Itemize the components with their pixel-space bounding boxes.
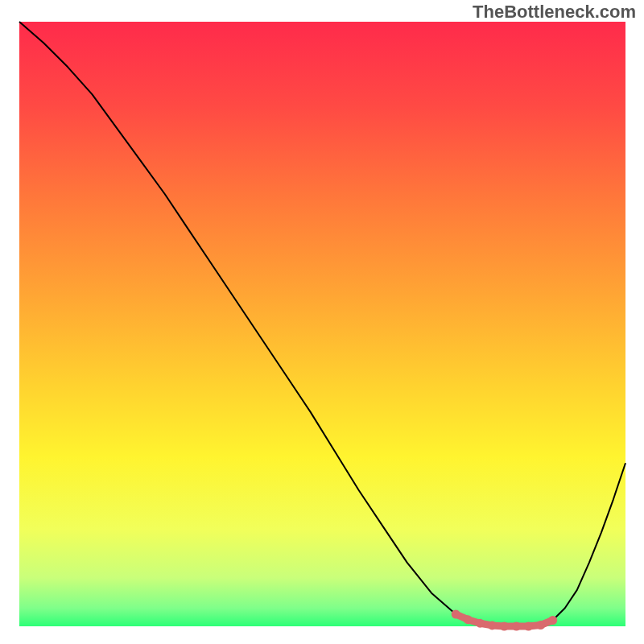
bottleneck-chart xyxy=(0,0,644,644)
chart-container: TheBottleneck.com xyxy=(0,0,644,644)
valley-dot xyxy=(512,622,521,631)
valley-dot xyxy=(548,616,557,625)
watermark-text: TheBottleneck.com xyxy=(473,2,636,23)
valley-dot xyxy=(488,621,497,630)
valley-dot xyxy=(500,622,509,631)
plot-area xyxy=(19,22,625,626)
valley-dot xyxy=(464,615,473,624)
valley-dot xyxy=(452,610,460,619)
valley-dot xyxy=(524,622,533,631)
valley-dot xyxy=(476,619,485,628)
valley-dot xyxy=(536,621,545,630)
